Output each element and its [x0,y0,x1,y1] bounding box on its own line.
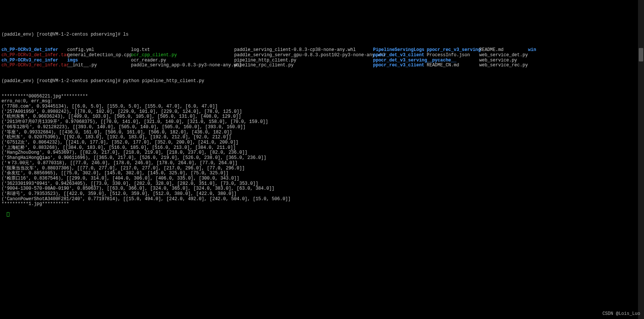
ls-item: ocr_reader.py [131,58,234,63]
cursor [7,212,9,217]
ls-item [528,63,547,68]
output-line: ('3623301993*0941', 0.94263405), [[73.0,… [2,181,642,187]
output-line: ('余友红', 0.8856965), [[75.0, 302.0], [145… [2,171,642,176]
ls-item: ppocr_rec_v3_serving [427,48,479,53]
output-line: ('06车12B号', 0.92128223), [[393.0, 140.0]… [2,125,642,130]
ls-item [528,58,547,63]
ls-item: paddle_serving_app-0.8.3-py3-none-any.wh… [131,63,234,68]
ls-item: __pycache__ [427,58,479,63]
ls-item: PipelineServingLogs [373,48,427,53]
output-line: ('G7512次', 0.8064232), [[241.0, 177.0], … [2,140,642,145]
ls-item: imgs [67,58,131,63]
output-line: ('2013年07月07月1339开', 0.97068375), [[70.0… [2,120,642,125]
ls-item: ppocr_det_v3_client [373,53,427,58]
output-line: ('上海虹桥', 0.883268), [[384.0, 183.0], [51… [2,145,642,151]
ls-item: ch_PP-OCRv3_det_infer [2,48,67,53]
output-line: ('和谐号', 0.79353523), [[422.0, 359.0], [5… [2,192,642,197]
ls-row: ch_PP-OCRv3_det_infer.targeneral_detecti… [2,53,642,58]
ls-row: ch_PP-OCRv3_det_inferconfig.ymllog.txtpa… [2,48,642,53]
ls-item: ppocr_det_v3_serving [373,58,427,63]
ls-item: README_CN.md [427,63,479,68]
ls-item: pipeline_http_client.py [234,58,373,63]
ls-item: win [528,48,547,53]
ls-item: web_service.py [479,58,528,63]
terminal-area[interactable]: (paddle_env) [root@VM-1-2-centos pdservi… [2,22,642,217]
output-line: ('ShangHaiHongQiao', 0.90611696), [[365.… [2,156,642,161]
output-line: ('9004-1300-570-08A0-0190', 0.850637), [… [2,186,642,192]
output-line: ('杭州东售', 0.96036243), [[409.0, 103.0], [… [2,114,642,120]
ls-item: paddle_serving_server_gpu-0.8.3.post102-… [234,53,373,58]
output-line: ('杭州东', 0.92075396), [[92.0, 183.0], [19… [2,135,642,140]
output-line: **********1.jpg********** [2,202,642,207]
ls-item: __init__.py [67,63,131,68]
output-line: erro_no:0, err_msg: [2,99,642,104]
ls-item: ppocr_rec_v3_client [373,63,427,68]
output-line: ('限乘当当次车', 0.88037306), [[77.0, 277.0], … [2,166,642,171]
ls-row: ch_PP-OCRv3_rec_inferimgsocr_reader.pypi… [2,58,642,63]
ls-item [528,53,547,58]
ls-item: ch_PP-OCRv3_rec_infer.tar [2,63,67,68]
ls-item: ch_PP-OCRv3_det_infer.tar [2,53,67,58]
output-line: **********00056221.jpg********** [2,94,642,99]
scrollbar-thumb[interactable] [639,48,643,61]
ls-item: log.txt [131,48,234,53]
ls-item: README.md [479,48,528,53]
ls-item: ProcessInfo.json [427,53,479,58]
output-line: ('HangZhouDong', 0.9453697), [[82.0, 217… [2,150,642,156]
ls-item: pipeline_rpc_client.py [234,63,373,68]
output-line: ('检票口16', 0.8367546), [[299.0, 314.0], [… [2,176,642,181]
output-line: ('CanonPowerShotA3400F281/240', 0.771978… [2,197,642,202]
prompt-line-2: (paddle_env) [root@VM-1-2-centos pdservi… [2,79,642,84]
ls-item: general_detection_op.cpp [67,53,131,58]
python-output: **********00056221.jpg**********erro_no:… [2,94,642,207]
watermark: CSDN @Lois_Luo [602,312,640,317]
prompt-line-1: (paddle_env) [root@VM-1-2-centos pdservi… [2,32,642,37]
ls-output: ch_PP-OCRv3_det_inferconfig.ymllog.txtpa… [2,48,642,68]
scrollbar-vertical[interactable] [638,0,644,319]
ls-item: paddle_serving_client-0.8.3-cp38-none-an… [234,48,373,53]
output-line: ('￥73.00元', 0.8770318), [[77.0, 246.0], … [2,161,642,166]
ls-item: web_service_rec.py [479,63,528,68]
ls-item: config.yml [67,48,131,53]
ls-item: ch_PP-OCRv3_rec_infer [2,58,67,63]
ls-item: web_service_det.py [479,53,528,58]
ls-item: ocr_cpp_client.py [131,53,234,58]
ls-row: ch_PP-OCRv3_rec_infer.tar__init__.pypadd… [2,63,642,68]
output-line: ('7788.com', 0.93445134), [[6.0, 5.0], [… [2,104,642,109]
